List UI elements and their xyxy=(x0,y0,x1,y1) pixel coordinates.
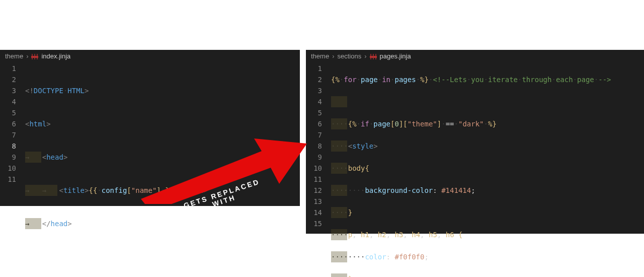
line-number: 14 xyxy=(306,207,322,218)
code-line[interactable]: ········color: #f0f0f0; xyxy=(331,251,644,262)
chevron-right-icon: › xyxy=(332,51,334,62)
breadcrumb[interactable]: theme › sections › pages.jinja xyxy=(306,50,644,63)
line-number: 7 xyxy=(0,129,16,141)
code-line[interactable]: ····{%·if·page[0]["theme"]·==·"dark"·%} xyxy=(331,118,644,129)
code-line[interactable]: <html> xyxy=(25,118,300,129)
line-number: 9 xyxy=(306,152,322,163)
line-number: 5 xyxy=(0,107,16,118)
code-line[interactable]: → → <title>{{·config["name"]·}}</title> xyxy=(25,185,300,196)
code-content[interactable]: {%·for·page·in·pages·%}·<!--Lets·you·ite… xyxy=(329,63,644,234)
line-number: 15 xyxy=(306,218,322,229)
line-number: 1 xyxy=(0,63,16,74)
jinja-file-icon xyxy=(370,54,377,59)
editor-pane-left: theme › index.jinja 1 2 3 4 5 6 7 8 9 10… xyxy=(0,50,300,206)
breadcrumb-segment[interactable]: theme xyxy=(311,51,329,62)
breadcrumb-file[interactable]: pages.jinja xyxy=(380,51,411,62)
line-number: 3 xyxy=(0,85,16,96)
line-number: 2 xyxy=(0,74,16,85)
line-number: 13 xyxy=(306,196,322,207)
breadcrumb[interactable]: theme › index.jinja xyxy=(0,50,300,63)
code-line[interactable]: ····<style> xyxy=(331,141,644,152)
line-number: 1 xyxy=(306,63,322,74)
line-number-gutter[interactable]: 1 2 3 4 5 6 7 8 9 10 11 xyxy=(0,63,23,206)
line-number: 3 xyxy=(306,85,322,96)
jinja-file-icon xyxy=(31,54,38,59)
line-number: 6 xyxy=(0,118,16,129)
line-number: 2 xyxy=(306,74,322,85)
line-number: 12 xyxy=(306,185,322,196)
code-line[interactable]: ····body{ xyxy=(331,163,644,174)
code-line[interactable]: → </head> xyxy=(25,218,300,229)
breadcrumb-file[interactable]: index.jinja xyxy=(41,51,70,62)
code-line[interactable]: → <head> xyxy=(25,152,300,163)
line-number: 7 xyxy=(306,129,322,141)
line-number: 8 xyxy=(306,141,322,152)
line-number: 4 xyxy=(306,96,322,107)
breadcrumb-segment[interactable]: sections xyxy=(337,51,361,62)
code-line[interactable]: ····} xyxy=(331,273,644,277)
breadcrumb-segment[interactable]: theme xyxy=(5,51,23,62)
line-number: 11 xyxy=(306,174,322,185)
line-number-gutter[interactable]: 1 2 3 4 5 6 7 8 9 10 11 12 13 14 15 xyxy=(306,63,329,234)
line-number: 5 xyxy=(306,107,322,118)
chevron-right-icon: › xyxy=(364,51,366,62)
line-number: 4 xyxy=(0,96,16,107)
line-number: 10 xyxy=(306,163,322,174)
code-line[interactable]: <!DOCTYPE·HTML> xyxy=(25,85,300,96)
code-line[interactable]: ····p, h1, h2, h3, h4, h5, h6 { xyxy=(331,229,644,240)
line-number: 9 xyxy=(0,152,16,163)
code-line[interactable]: ········background-color: #141414; xyxy=(331,185,644,196)
editor-pane-right: theme › sections › pages.jinja 1 2 3 4 5… xyxy=(306,50,644,234)
line-number: 10 xyxy=(0,163,16,174)
code-line[interactable]: ····} xyxy=(331,207,644,218)
line-number: 11 xyxy=(0,174,16,185)
line-number: 6 xyxy=(306,118,322,129)
code-line[interactable] xyxy=(331,96,644,107)
code-line[interactable]: {%·for·page·in·pages·%}·<!--Lets·you·ite… xyxy=(331,74,644,85)
code-line[interactable] xyxy=(25,251,300,262)
chevron-right-icon: › xyxy=(26,51,28,62)
code-content[interactable]: <!DOCTYPE·HTML> <html> → <head> → → <tit… xyxy=(23,63,300,206)
line-number: 8 xyxy=(0,141,16,152)
